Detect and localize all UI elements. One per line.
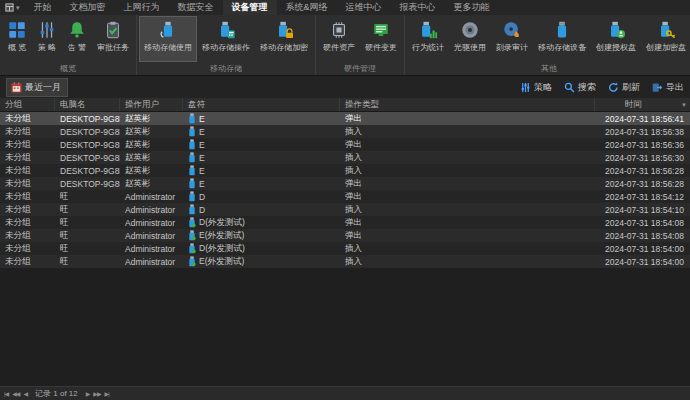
- cell-user: Administrator: [120, 192, 183, 202]
- ribbon-button-3-2[interactable]: 刻录审计: [491, 16, 533, 62]
- menu-tab-2[interactable]: 上网行为: [115, 0, 169, 15]
- ribbon-button-label: 移动存储加密: [260, 42, 308, 53]
- usb-blue-icon: [188, 152, 196, 163]
- toolbar-action-0[interactable]: 策略: [520, 81, 552, 94]
- cell-user: Administrator: [120, 244, 183, 254]
- menu-tab-7[interactable]: 报表中心: [391, 0, 445, 15]
- cell-group: 未分组: [0, 113, 55, 125]
- search-icon: [564, 82, 575, 93]
- cell-action: 弹出: [340, 113, 595, 125]
- menu-tab-5[interactable]: 系统&网络: [277, 0, 337, 15]
- table-row-9[interactable]: 未分组旺AdministratorE(外发测试)弹出2024-07-31 18:…: [0, 229, 690, 242]
- cell-time: 2024-07-31 18:54:08: [595, 218, 690, 228]
- cell-group: 未分组: [0, 256, 55, 268]
- cell-drive: E: [183, 165, 340, 176]
- cell-computer: 旺: [55, 230, 120, 242]
- toolbar-actions: 策略搜索刷新导出: [520, 81, 684, 94]
- column-header-3[interactable]: 盘符: [183, 98, 340, 111]
- ribbon-button-3-5[interactable]: 创建加密盘: [641, 16, 690, 62]
- toolbar-action-3[interactable]: 导出: [652, 81, 684, 94]
- cell-drive: D: [183, 204, 340, 215]
- table-row-3[interactable]: 未分组DESKTOP-9G8NA80赵英彬E插入2024-07-31 18:56…: [0, 151, 690, 164]
- toolbar-action-1[interactable]: 搜索: [564, 81, 596, 94]
- table-row-5[interactable]: 未分组DESKTOP-9G8NA80赵英彬E弹出2024-07-31 18:56…: [0, 177, 690, 190]
- column-header-label: 电脑名: [60, 99, 86, 111]
- ribbon-button-1-2[interactable]: 移动存储加密: [255, 16, 313, 62]
- menu-tab-6[interactable]: 运维中心: [337, 0, 391, 15]
- pager-left-button-1[interactable]: ◀◀: [12, 390, 19, 397]
- ribbon-button-3-4[interactable]: 创建授权盘: [591, 16, 641, 62]
- table-row-1[interactable]: 未分组DESKTOP-9G8NA80赵英彬E插入2024-07-31 18:56…: [0, 125, 690, 138]
- ribbon-button-0-2[interactable]: 告 警: [62, 16, 92, 62]
- table-row-6[interactable]: 未分组旺AdministratorD弹出2024-07-31 18:54:12: [0, 190, 690, 203]
- ribbon-group-buttons: 移动存储使用移动存储操作移动存储加密: [139, 16, 313, 62]
- usb-green-icon: [188, 230, 196, 241]
- usb-blue-icon: [188, 113, 196, 124]
- table-row-0[interactable]: 未分组DESKTOP-9G8NA80赵英彬E弹出2024-07-31 18:56…: [0, 112, 690, 125]
- column-header-5[interactable]: 时间▼: [595, 98, 690, 111]
- ribbon-button-2-0[interactable]: 硬件资产: [318, 16, 360, 62]
- ribbon-button-2-1[interactable]: 硬件变更: [360, 16, 402, 62]
- pager-right-button-2[interactable]: ▶|: [105, 390, 109, 397]
- ribbon-button-1-1[interactable]: 移动存储操作: [197, 16, 255, 62]
- menu-tab-4[interactable]: 设备管理: [223, 0, 277, 16]
- menu-tabs: 开始文档加密上网行为数据安全设备管理系统&网络运维中心报表中心更多功能: [25, 0, 499, 16]
- column-header-2[interactable]: 操作用户: [120, 98, 183, 111]
- column-header-label: 时间: [625, 99, 642, 111]
- cell-user: Administrator: [120, 257, 183, 267]
- cell-group: 未分组: [0, 204, 55, 216]
- table-row-2[interactable]: 未分组DESKTOP-9G8NA80赵英彬E弹出2024-07-31 18:56…: [0, 138, 690, 151]
- policy-sliders-blue-icon: [520, 82, 531, 93]
- pager-left-button-0[interactable]: |◀: [4, 390, 8, 397]
- hardware-change-icon: [371, 20, 391, 40]
- table-row-7[interactable]: 未分组旺AdministratorD插入2024-07-31 18:54:10: [0, 203, 690, 216]
- usb-usage-icon: [158, 20, 178, 40]
- cell-user: 赵英彬: [120, 165, 183, 177]
- toolbar-action-label: 搜索: [578, 81, 596, 94]
- usb-green-icon: [188, 217, 196, 228]
- table-row-11[interactable]: 未分组旺AdministratorE(外发测试)插入2024-07-31 18:…: [0, 255, 690, 268]
- pager-right-button-1[interactable]: ▶▶: [93, 390, 100, 397]
- ribbon: 概 览策 略告 警审批任务概览移动存储使用移动存储操作移动存储加密移动存储硬件资…: [0, 15, 690, 76]
- ribbon-button-3-1[interactable]: 光驱使用: [449, 16, 491, 62]
- column-header-4[interactable]: 操作类型: [340, 98, 595, 111]
- filter-dropdown-icon[interactable]: ▼: [681, 102, 690, 108]
- usb-green-icon: [188, 256, 196, 267]
- cell-computer: DESKTOP-9G8NA80: [55, 179, 120, 189]
- ribbon-button-0-3[interactable]: 审批任务: [92, 16, 134, 62]
- cell-action: 插入: [340, 243, 595, 255]
- ribbon-button-3-0[interactable]: 行为统计: [407, 16, 449, 62]
- menu-tab-8[interactable]: 更多功能: [445, 0, 499, 15]
- approval-task-icon: [103, 20, 123, 40]
- ribbon-button-label: 硬件资产: [323, 42, 355, 53]
- cell-computer: 旺: [55, 256, 120, 268]
- pager-left-button-2[interactable]: ◀: [23, 390, 27, 397]
- toolbar-action-2[interactable]: 刷新: [608, 81, 640, 94]
- table-row-4[interactable]: 未分组DESKTOP-9G8NA80赵英彬E插入2024-07-31 18:56…: [0, 164, 690, 177]
- ribbon-button-1-0[interactable]: 移动存储使用: [139, 16, 197, 62]
- create-grant-disk-icon: [606, 20, 626, 40]
- column-header-0[interactable]: 分组: [0, 98, 55, 111]
- menu-bar: ▾ 开始文档加密上网行为数据安全设备管理系统&网络运维中心报表中心更多功能: [0, 0, 690, 15]
- ribbon-button-3-3[interactable]: 移动存储设备: [533, 16, 591, 62]
- ribbon-button-label: 硬件变更: [365, 42, 397, 53]
- menu-tab-3[interactable]: 数据安全: [169, 0, 223, 15]
- ribbon-button-label: 移动存储操作: [202, 42, 250, 53]
- usb-encrypt-icon: [274, 20, 294, 40]
- ribbon-button-0-1[interactable]: 策 略: [32, 16, 62, 62]
- date-range-button[interactable]: 最近一月: [6, 78, 68, 97]
- column-header-1[interactable]: 电脑名: [55, 98, 120, 111]
- cell-user: 赵英彬: [120, 126, 183, 138]
- menu-tab-0[interactable]: 开始: [25, 0, 61, 15]
- column-header-label: 操作类型: [345, 99, 379, 111]
- table-row-8[interactable]: 未分组旺AdministratorD(外发测试)弹出2024-07-31 18:…: [0, 216, 690, 229]
- table-row-10[interactable]: 未分组旺AdministratorD(外发测试)插入2024-07-31 18:…: [0, 242, 690, 255]
- ribbon-button-label: 策 略: [38, 42, 56, 53]
- pager-right-button-0[interactable]: ▶: [86, 390, 90, 397]
- ribbon-button-0-0[interactable]: 概 览: [2, 16, 32, 62]
- cell-time: 2024-07-31 18:56:41: [595, 114, 690, 124]
- menu-tab-1[interactable]: 文档加密: [61, 0, 115, 15]
- app-menu-button[interactable]: ▾: [0, 3, 25, 12]
- create-encrypt-disk-icon: [656, 20, 676, 40]
- ribbon-button-label: 光驱使用: [454, 42, 486, 53]
